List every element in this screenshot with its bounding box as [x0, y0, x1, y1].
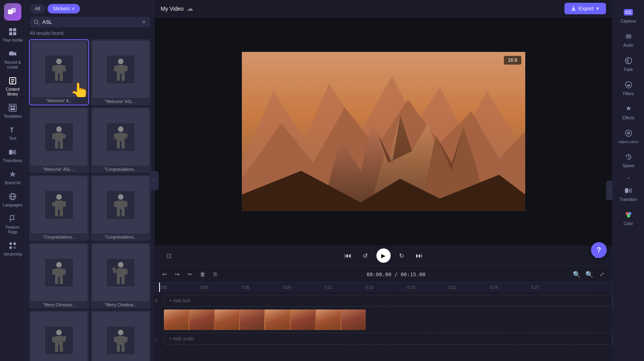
rewind-button[interactable]: ↺: [359, 249, 372, 262]
right-sidebar-item-captions[interactable]: CC Captions: [613, 3, 644, 27]
sticker-item-4[interactable]: "Congratulations...: [91, 107, 151, 173]
right-sidebar-item-transition[interactable]: Transition: [613, 181, 644, 206]
right-sidebar-item-fade[interactable]: Fade: [613, 52, 644, 76]
right-sidebar-collapse-button[interactable]: ›: [606, 181, 612, 200]
feature-flags-icon: [8, 214, 17, 223]
sticker-thumb-9: [30, 312, 87, 361]
delete-button[interactable]: 🗑: [197, 269, 208, 280]
sticker-item-6[interactable]: "Congratulations...: [91, 175, 151, 241]
export-button[interactable]: Export ▼: [564, 3, 606, 14]
video-track[interactable]: [164, 309, 366, 330]
transition-icon: [623, 185, 634, 196]
sticker-item-5[interactable]: "Congratulations...: [29, 175, 89, 241]
sidebar-item-transitions[interactable]: Transitions: [0, 144, 25, 166]
sticker-thumb-1: 👆: [31, 42, 87, 97]
play-button[interactable]: ▶: [376, 248, 391, 263]
sidebar-item-label: Brand kit: [5, 181, 20, 185]
right-sidebar-item-color[interactable]: Color: [613, 206, 644, 230]
sidebar-item-content-library[interactable]: Content library: [0, 73, 25, 100]
right-sidebar-item-audio[interactable]: Audio: [613, 27, 644, 52]
svg-point-25: [34, 20, 38, 23]
svg-rect-89: [60, 345, 63, 352]
video-track-thumbnails: [164, 309, 366, 330]
expand-arrow-button[interactable]: ⌄: [613, 172, 644, 181]
svg-point-137: [627, 132, 630, 135]
redo-button[interactable]: ↪: [172, 269, 183, 280]
svg-rect-59: [63, 201, 66, 207]
sticker-label-5: "Congratulations...: [30, 235, 87, 239]
app-logo[interactable]: [4, 3, 21, 21]
right-sidebar-item-adjust-colors[interactable]: Adjust colors: [613, 124, 644, 148]
stickers-grid: 👆 "Welcome" A... "Welcome" ASL ...: [26, 39, 154, 361]
sidebar-item-record-create[interactable]: Record & create: [0, 46, 25, 73]
sticker-item-3[interactable]: "Welcome" ASL ...: [29, 107, 89, 173]
sidebar-item-languages[interactable]: Languages: [0, 189, 25, 211]
sidebar-item-label: Text: [9, 136, 16, 141]
skip-to-start-button[interactable]: ⏮: [342, 249, 354, 262]
svg-rect-96: [122, 345, 125, 352]
svg-rect-9: [11, 81, 14, 82]
svg-rect-71: [55, 268, 63, 277]
add-audio-track[interactable]: + Add audio: [164, 333, 612, 345]
sidebar-item-label: Templates: [4, 114, 22, 119]
filters-label: Filters: [623, 92, 634, 96]
sticker-item-8[interactable]: "Merry Christma...: [91, 243, 151, 309]
right-sidebar-item-effects[interactable]: Effects: [613, 100, 644, 124]
svg-point-42: [56, 126, 62, 132]
svg-rect-38: [124, 66, 127, 71]
svg-rect-67: [117, 209, 120, 216]
video-track-row: [154, 309, 612, 330]
audio-track-label: ♪: [154, 335, 159, 342]
sticker-item-1[interactable]: 👆 "Welcome" A...: [29, 39, 89, 105]
timeline-playhead[interactable]: [159, 283, 160, 292]
stickers-tab-close[interactable]: ✕: [71, 6, 75, 11]
search-clear-icon[interactable]: ✕: [142, 19, 146, 25]
ruler-mark-3: 0:09: [283, 285, 291, 290]
export-dropdown-icon: ▼: [596, 6, 600, 11]
ruler-marks: 0:00 0:03 0:06 0:09 0:12 0:15 0:18 0:21 …: [154, 285, 539, 290]
skip-to-end-button[interactable]: ⏭: [413, 249, 426, 262]
svg-rect-73: [63, 269, 66, 275]
sidebar-item-feature-flags[interactable]: Feature Flags: [0, 211, 25, 238]
panel-collapse-button[interactable]: ‹: [149, 171, 159, 190]
sticker-item-2[interactable]: "Welcome" ASL ...: [91, 39, 151, 105]
add-text-track[interactable]: + Add text: [164, 295, 612, 307]
forward-button[interactable]: ↻: [395, 249, 408, 262]
cut-button[interactable]: ✂: [184, 269, 196, 280]
zoom-in-button[interactable]: 🔍: [584, 269, 595, 280]
filter-tab-all[interactable]: All: [30, 4, 45, 13]
project-title-area: My Video ☁: [161, 5, 193, 12]
main-area: My Video ☁ Export ▼: [154, 0, 612, 361]
svg-rect-13: [13, 105, 15, 107]
svg-rect-2: [9, 28, 12, 31]
captions-label: Captions: [621, 19, 636, 23]
sidebar-item-text[interactable]: T Text: [0, 122, 25, 144]
svg-rect-74: [55, 277, 58, 284]
svg-rect-43: [55, 133, 63, 141]
copy-button[interactable]: ⎘: [210, 269, 221, 280]
fit-timeline-button[interactable]: ⤢: [597, 269, 608, 280]
sticker-item-9[interactable]: "Merry Christma...: [29, 310, 89, 361]
help-button[interactable]: ?: [591, 242, 607, 258]
adjust-colors-icon: [623, 128, 634, 138]
svg-rect-60: [55, 209, 58, 216]
right-sidebar-item-filters[interactable]: Filters: [613, 76, 644, 100]
languages-icon: [8, 192, 17, 201]
sidebar-item-templates[interactable]: Templates: [0, 100, 25, 122]
sidebar-item-brand-kit[interactable]: Brand kit: [0, 166, 25, 189]
effects-label: Effects: [622, 116, 634, 120]
mask-icon-button[interactable]: ⊡: [162, 249, 175, 262]
audio-track-row: ♪ + Add audio: [154, 332, 612, 346]
sticker-item-10[interactable]: "Happy holidays...: [91, 310, 151, 361]
sticker-item-7[interactable]: "Merry Christma...: [29, 243, 89, 309]
search-bar: ✕: [30, 17, 150, 27]
filter-tab-stickers[interactable]: Stickers ✕: [47, 4, 80, 13]
undo-button[interactable]: ↩: [159, 269, 170, 280]
zoom-out-button[interactable]: 🔍: [571, 269, 582, 280]
search-input[interactable]: [42, 19, 139, 25]
sidebar-item-your-media[interactable]: Your media: [0, 24, 25, 46]
sticker-thumb-6: [92, 176, 149, 233]
svg-rect-1: [11, 8, 16, 13]
right-sidebar-item-speed[interactable]: Speed: [613, 148, 644, 172]
sidebar-item-versioning[interactable]: Versioning: [0, 238, 25, 260]
